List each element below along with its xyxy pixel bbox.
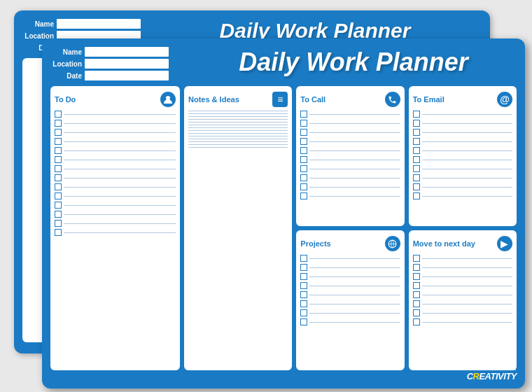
checkbox[interactable] bbox=[300, 174, 307, 181]
todo-line bbox=[64, 160, 176, 160]
checkbox[interactable] bbox=[413, 291, 420, 298]
checkbox[interactable] bbox=[300, 264, 307, 271]
checkbox[interactable] bbox=[300, 291, 307, 298]
checkbox[interactable] bbox=[300, 165, 307, 172]
checkbox[interactable] bbox=[413, 165, 420, 172]
todo-line bbox=[309, 150, 400, 151]
checkbox[interactable] bbox=[55, 229, 62, 236]
movenext-row bbox=[413, 291, 512, 298]
todo-line bbox=[309, 132, 400, 133]
front-name-input[interactable] bbox=[85, 47, 169, 57]
movenext-row bbox=[413, 300, 512, 307]
notes-icon: ≡ bbox=[272, 92, 288, 107]
checkbox[interactable] bbox=[300, 255, 307, 262]
checkbox[interactable] bbox=[413, 264, 420, 271]
front-title: Daily Work Planner bbox=[183, 47, 517, 76]
front-location-label: Location bbox=[50, 60, 82, 68]
todo-line bbox=[422, 178, 512, 178]
movenext-section: Move to next day ▶ bbox=[409, 230, 517, 370]
checkbox[interactable] bbox=[413, 156, 420, 163]
movenext-title: Move to next day bbox=[413, 239, 475, 248]
projects-rows bbox=[300, 255, 400, 366]
front-name-field: Name bbox=[50, 47, 183, 57]
checkbox[interactable] bbox=[413, 309, 420, 316]
todo-row bbox=[55, 229, 176, 236]
todo-line bbox=[422, 276, 512, 277]
checkbox[interactable] bbox=[413, 183, 420, 190]
checkbox[interactable] bbox=[413, 138, 420, 145]
checkbox[interactable] bbox=[413, 147, 420, 154]
todo-line bbox=[422, 196, 512, 197]
todo-line bbox=[188, 139, 288, 139]
todo-row bbox=[55, 147, 176, 154]
checkbox[interactable] bbox=[413, 174, 420, 181]
checkbox[interactable] bbox=[413, 129, 420, 136]
branding: Inspiring CREATIVITY bbox=[467, 364, 517, 383]
checkbox[interactable] bbox=[55, 211, 62, 218]
movenext-row bbox=[413, 309, 512, 316]
call-row bbox=[300, 183, 400, 190]
email-row bbox=[413, 111, 512, 118]
checkbox[interactable] bbox=[413, 282, 420, 289]
checkbox[interactable] bbox=[55, 156, 62, 163]
checkbox[interactable] bbox=[300, 120, 307, 127]
email-row bbox=[413, 120, 512, 127]
project-row bbox=[300, 318, 400, 326]
call-row bbox=[300, 165, 400, 172]
checkbox[interactable] bbox=[55, 111, 62, 118]
checkbox[interactable] bbox=[413, 255, 420, 262]
todo-line bbox=[64, 214, 176, 215]
front-date-input[interactable] bbox=[85, 71, 169, 80]
checkbox[interactable] bbox=[55, 165, 62, 172]
checkbox[interactable] bbox=[413, 318, 420, 326]
todo-header: To Do bbox=[55, 92, 176, 107]
checkbox[interactable] bbox=[300, 147, 307, 154]
checkbox[interactable] bbox=[55, 138, 62, 145]
checkbox[interactable] bbox=[300, 156, 307, 163]
back-name-input[interactable] bbox=[57, 19, 141, 29]
back-name-label: Name bbox=[22, 20, 54, 28]
checkbox[interactable] bbox=[55, 120, 62, 127]
checkbox[interactable] bbox=[300, 138, 307, 145]
checkbox[interactable] bbox=[300, 273, 307, 280]
checkbox[interactable] bbox=[413, 192, 420, 200]
todo-line bbox=[309, 123, 400, 124]
notes-row bbox=[188, 139, 288, 139]
todo-line bbox=[309, 267, 400, 268]
call-row bbox=[300, 138, 400, 145]
checkbox[interactable] bbox=[413, 300, 420, 307]
checkbox[interactable] bbox=[413, 120, 420, 127]
checkbox[interactable] bbox=[300, 309, 307, 316]
checkbox[interactable] bbox=[55, 147, 62, 154]
todo-line bbox=[309, 276, 400, 277]
checkbox[interactable] bbox=[55, 183, 62, 190]
notes-row bbox=[188, 147, 288, 148]
todo-line bbox=[64, 150, 176, 151]
checkbox[interactable] bbox=[55, 129, 62, 136]
front-location-input[interactable] bbox=[85, 59, 169, 69]
checkbox[interactable] bbox=[413, 273, 420, 280]
notes-title: Notes & Ideas bbox=[188, 95, 239, 104]
checkbox[interactable] bbox=[300, 129, 307, 136]
todo-line bbox=[64, 178, 176, 178]
checkbox[interactable] bbox=[55, 202, 62, 209]
checkbox[interactable] bbox=[413, 111, 420, 118]
project-row bbox=[300, 255, 400, 262]
checkbox[interactable] bbox=[300, 183, 307, 190]
checkbox[interactable] bbox=[300, 192, 307, 200]
notes-row bbox=[188, 130, 288, 131]
checkbox[interactable] bbox=[300, 300, 307, 307]
checkbox[interactable] bbox=[55, 174, 62, 181]
todo-icon bbox=[160, 92, 176, 107]
checkbox[interactable] bbox=[55, 192, 62, 200]
checkbox[interactable] bbox=[300, 282, 307, 289]
project-row bbox=[300, 273, 400, 280]
todo-line bbox=[64, 205, 176, 206]
checkbox[interactable] bbox=[55, 220, 62, 227]
checkbox[interactable] bbox=[300, 318, 307, 326]
planner-front: Name Location Date Daily Work Planner To… bbox=[42, 38, 525, 388]
todo-line bbox=[309, 169, 400, 169]
todo-line bbox=[64, 196, 176, 197]
todo-line bbox=[188, 133, 288, 134]
checkbox[interactable] bbox=[300, 111, 307, 118]
